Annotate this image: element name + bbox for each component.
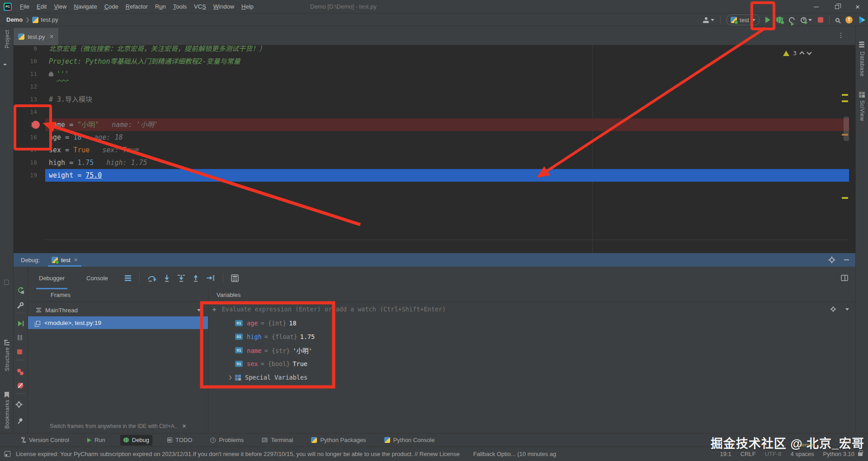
menu-file[interactable]: File xyxy=(20,3,29,10)
stripe-database-label[interactable]: Database xyxy=(859,52,865,76)
breadcrumb-file[interactable]: test.py xyxy=(41,16,58,23)
tab-console[interactable]: Console xyxy=(84,267,111,289)
toolwindow-button-todo[interactable]: TODO xyxy=(164,435,195,446)
toolwindow-button-debug[interactable]: Debug xyxy=(120,435,152,446)
chevron-right-icon[interactable] xyxy=(227,375,231,380)
watches-options-icon[interactable] xyxy=(831,307,835,311)
code-line-10[interactable]: 10Project: Python零基础从入门到精通详细教程2-变量与常量 xyxy=(14,55,855,68)
line-number[interactable]: 9 xyxy=(17,45,37,55)
toolwindow-button-version-control[interactable]: Version Control xyxy=(18,435,72,446)
bookmarks-icon[interactable] xyxy=(5,392,9,398)
chevron-down-icon[interactable] xyxy=(197,309,201,313)
step-over-icon[interactable] xyxy=(147,274,156,282)
frame-row-selected[interactable]: <module>, test.py:19 xyxy=(28,316,208,329)
mute-breakpoints-button[interactable] xyxy=(17,382,24,389)
rerun-button[interactable] xyxy=(17,287,24,294)
force-step-into-icon[interactable] xyxy=(177,274,185,282)
code-line-16[interactable]: 16age = 18age: 18 xyxy=(14,131,855,144)
scrollbar-warning-mark[interactable] xyxy=(842,100,848,102)
menu-refactor[interactable]: Refactor xyxy=(126,3,148,10)
line-number[interactable]: 12 xyxy=(17,80,37,93)
line-number[interactable]: 13 xyxy=(17,93,37,106)
prev-problem-icon[interactable] xyxy=(799,51,804,56)
code-line-13[interactable]: 13# 3.导入模块 xyxy=(14,93,855,106)
variable-row-age[interactable]: 01age= {int}18 xyxy=(208,316,855,330)
search-everywhere-button[interactable] xyxy=(835,18,840,22)
hide-tool-window-icon[interactable] xyxy=(844,259,849,260)
step-into-icon[interactable] xyxy=(163,274,171,282)
pin-icon[interactable] xyxy=(17,418,24,424)
status-widget-4-spaces[interactable]: 4 spaces xyxy=(791,451,814,457)
update-available-button[interactable]: ↑ xyxy=(845,16,853,24)
stop-button[interactable] xyxy=(17,349,23,355)
step-out-icon[interactable] xyxy=(192,274,200,282)
inspections-widget[interactable]: 3 xyxy=(783,50,811,56)
lock-icon[interactable] xyxy=(858,452,863,456)
close-button[interactable]: ✕ xyxy=(847,0,868,14)
code-editor[interactable]: 9北京宏哥（微信搜索：北京宏哥，关注宏哥，提前解锁更多测试干货！）10Proje… xyxy=(14,45,855,253)
debug-button[interactable] xyxy=(776,17,783,23)
variable-row-high[interactable]: 01high= {float}1.75 xyxy=(208,330,855,343)
toolwindow-button-python-console[interactable]: Python Console xyxy=(381,435,438,446)
evaluate-expression-row[interactable]: ✛ Evaluate expression (Enter) or add a w… xyxy=(208,302,855,316)
code-line-11[interactable]: 11''' xyxy=(14,68,855,80)
line-number[interactable]: 16 xyxy=(17,131,37,144)
line-number[interactable]: 10 xyxy=(17,55,37,68)
restore-layout-icon[interactable] xyxy=(841,275,848,281)
gear-icon[interactable] xyxy=(830,258,834,262)
hint-close-icon[interactable]: ✕ xyxy=(182,423,186,429)
scrollbar-mark[interactable] xyxy=(842,134,848,136)
wrench-icon[interactable] xyxy=(17,302,24,309)
code-line-15[interactable]: 15name = "小明"name: '小明' xyxy=(14,118,855,131)
variable-row-name[interactable]: 01name= {str}'小明' xyxy=(208,343,855,357)
maximize-button[interactable] xyxy=(826,0,847,14)
toolwindow-button-python-packages[interactable]: Python Packages xyxy=(308,435,369,446)
layout-settings-icon[interactable] xyxy=(124,275,132,281)
status-widget-utf-8[interactable]: UTF-8 xyxy=(765,451,782,457)
breakpoint-dot[interactable] xyxy=(32,121,40,129)
code-line-19[interactable]: 19weight = 75.0 xyxy=(14,169,855,182)
next-problem-icon[interactable] xyxy=(807,50,811,55)
toolwindow-button-run[interactable]: Run xyxy=(84,435,108,446)
status-widget-19-1[interactable]: 19:1 xyxy=(720,451,731,457)
resume-button[interactable] xyxy=(17,320,24,327)
status-widget-python-3-10[interactable]: Python 3.10 xyxy=(823,451,854,457)
menu-tools[interactable]: Tools xyxy=(173,3,187,10)
add-watch-icon[interactable]: ✛ xyxy=(212,306,216,313)
scrollbar-thumb[interactable] xyxy=(844,117,849,141)
profiler-button[interactable] xyxy=(801,17,812,23)
run-button[interactable] xyxy=(765,17,770,23)
debug-session-tab[interactable]: test ✕ xyxy=(50,253,80,267)
toolwindow-button-terminal[interactable]: >_Terminal xyxy=(259,435,296,446)
stripe-bookmarks-label[interactable]: Bookmarks xyxy=(4,400,10,429)
status-widget-crlf[interactable]: CRLF xyxy=(741,451,756,457)
stop-button[interactable] xyxy=(818,17,823,23)
stripe-misc-icon[interactable] xyxy=(4,280,9,285)
settings-gear-icon[interactable] xyxy=(17,400,21,409)
scrollbar-warning-mark[interactable] xyxy=(842,197,848,199)
tab-close-icon[interactable]: ✕ xyxy=(74,257,78,263)
code-line-12[interactable]: 12 xyxy=(14,80,855,93)
stripe-sciview-label[interactable]: SciView xyxy=(859,100,865,121)
scrollbar-warning-mark[interactable] xyxy=(842,94,848,96)
code-line-18[interactable]: 18high = 1.75high: 1.75 xyxy=(14,156,855,169)
tool-window-switcher-icon[interactable] xyxy=(5,451,10,457)
menu-help[interactable]: Help xyxy=(241,3,254,10)
structure-icon[interactable] xyxy=(4,340,9,345)
database-icon[interactable] xyxy=(859,42,864,43)
line-number[interactable]: 18 xyxy=(17,156,37,169)
editor-tab-testpy[interactable]: test.py ✕ xyxy=(14,28,58,45)
menu-navigate[interactable]: Navigate xyxy=(74,3,97,10)
minimize-button[interactable] xyxy=(806,0,826,14)
tab-debugger[interactable]: Debugger xyxy=(36,267,67,289)
stripe-structure-label[interactable]: Structure xyxy=(4,347,10,371)
menu-vcs[interactable]: VCS xyxy=(194,3,206,10)
toolwindow-button-problems[interactable]: !Problems xyxy=(207,435,247,446)
variable-row-sex[interactable]: 01sex= {bool}True xyxy=(208,357,855,371)
fallback-message[interactable]: Fallback Optio... (10 minutes ag xyxy=(473,451,557,457)
menu-code[interactable]: Code xyxy=(104,3,118,10)
run-config-selector[interactable]: test xyxy=(726,14,760,25)
variable-row-special[interactable]: Special Variables xyxy=(208,371,855,384)
menu-window[interactable]: Window xyxy=(213,3,234,10)
stripe-project-label[interactable]: Project xyxy=(4,30,10,48)
